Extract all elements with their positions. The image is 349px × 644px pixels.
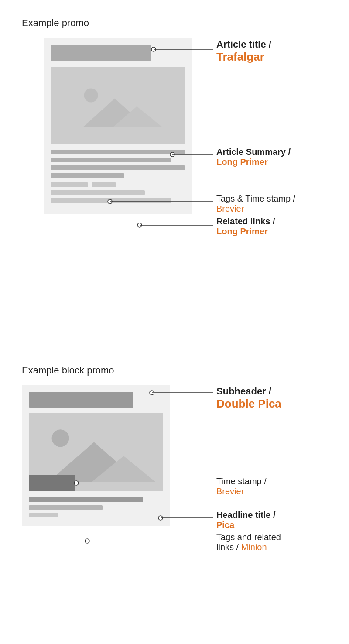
- annot-title-bold: Article title /: [216, 39, 271, 50]
- text-line-3: [51, 165, 185, 170]
- section-example-promo: Example promo: [0, 0, 349, 325]
- related-line-2: [51, 198, 171, 203]
- related-line-1: [51, 190, 145, 195]
- annotation-related-links: Related links / Long Primer: [216, 216, 275, 236]
- block-promo-card: [22, 385, 170, 526]
- tag-pill-1: [51, 182, 88, 187]
- promo-tags-row: [51, 182, 185, 187]
- annot-summary-orange: Long Primer: [216, 157, 291, 167]
- annotation-tags-timestamp: Tags & Time stamp / Brevier: [216, 194, 295, 214]
- promo-title-bar: [51, 45, 151, 61]
- annot-timestamp-orange: Brevier: [216, 486, 267, 497]
- annot-tags-orange: Brevier: [216, 204, 295, 214]
- svg-point-22: [85, 539, 89, 543]
- annot-summary-bold: Article Summary /: [216, 147, 291, 157]
- annot-timestamp-bold: Time stamp /: [216, 476, 267, 486]
- annot-headline-bold: Headline title /: [216, 510, 276, 520]
- svg-point-10: [137, 223, 142, 227]
- annot-tags-related-orange: Minion: [241, 542, 267, 552]
- promo-summary-lines: [51, 150, 185, 178]
- section1-label: Example promo: [0, 0, 349, 38]
- promo-card: [44, 38, 192, 214]
- annot-related-orange: Long Primer: [216, 226, 275, 236]
- text-line-2: [51, 158, 171, 162]
- annotation-article-summary: Article Summary / Long Primer: [216, 147, 291, 167]
- annot-tags-related-text2: links / Minion: [216, 542, 281, 552]
- annotation-timestamp: Time stamp / Brevier: [216, 476, 267, 497]
- timestamp-overlay: [29, 475, 75, 491]
- section2-label: Example block promo: [0, 347, 349, 385]
- block-tags-row: [29, 513, 163, 517]
- annot-subheader-bold: Subheader /: [216, 386, 281, 397]
- block-sub-line: [29, 505, 103, 510]
- svg-point-13: [52, 429, 69, 447]
- annot-subheader-orange: Double Pica: [216, 397, 281, 411]
- section-example-block-promo: Example block promo: [0, 347, 349, 612]
- tag-pill-2: [92, 182, 116, 187]
- annot-related-bold: Related links /: [216, 216, 275, 226]
- block-headline-bar: [29, 497, 143, 502]
- text-line-4: [51, 173, 124, 178]
- svg-point-1: [84, 88, 98, 102]
- annot-tags-bold: Tags & Time stamp /: [216, 194, 295, 204]
- annotation-headline-title: Headline title / Pica: [216, 510, 276, 530]
- annotation-tags-related: Tags and related links / Minion: [216, 532, 281, 552]
- block-tag-1: [29, 513, 58, 517]
- annotation-article-title: Article title / Trafalgar: [216, 39, 271, 64]
- annot-headline-orange: Pica: [216, 520, 276, 530]
- annot-title-orange: Trafalgar: [216, 50, 271, 64]
- annot-tags-related-text: Tags and related: [216, 532, 281, 542]
- promo-related-area: [51, 190, 185, 203]
- annotation-subheader: Subheader / Double Pica: [216, 386, 281, 411]
- block-image: [29, 413, 163, 491]
- text-line-1: [51, 150, 185, 154]
- block-subheader-bar: [29, 392, 133, 408]
- promo-image: [51, 67, 185, 144]
